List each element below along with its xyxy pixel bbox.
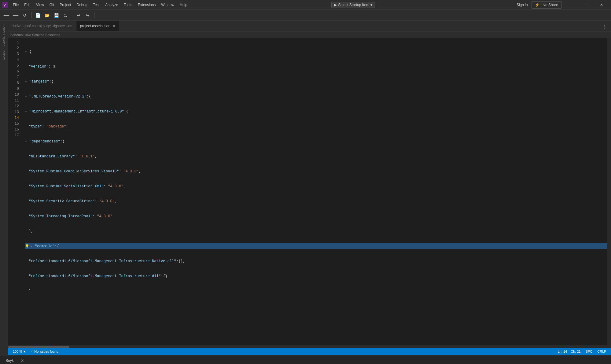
code-line-14: 💡▾ "compile": { bbox=[25, 243, 607, 249]
fold-7[interactable]: ▾ bbox=[25, 140, 29, 143]
menu-project[interactable]: Project bbox=[57, 2, 73, 8]
save-button[interactable]: 💾 bbox=[52, 11, 60, 19]
line-numbers: 1 2 3 4 5 6 7 8 9 10 11 12 13 14 15 16 1… bbox=[8, 38, 23, 345]
tab-nuget-label: dotNet-goof.csproj.nuget.dgspec.json bbox=[12, 24, 72, 28]
menu-tools[interactable]: Tools bbox=[121, 2, 135, 8]
fold-1[interactable]: ▾ bbox=[25, 50, 29, 53]
menu-view[interactable]: View bbox=[34, 2, 46, 8]
code-line-8: "NETStandard.Library": "1.6.1", bbox=[25, 153, 607, 159]
refresh-button[interactable]: ↺ bbox=[21, 11, 29, 19]
line-col-item[interactable]: Ln: 14 Ch: 21 bbox=[555, 348, 583, 355]
line-num-7: 7 bbox=[10, 74, 19, 80]
line-num-17: 17 bbox=[10, 132, 19, 138]
spaces-item[interactable]: SPC bbox=[583, 348, 595, 355]
title-bar-right: Sign in ⚡ Live Share ─ □ ✕ bbox=[517, 0, 609, 10]
startup-item-label: Select Startup Item ▾ bbox=[338, 3, 372, 7]
menu-analyze[interactable]: Analyze bbox=[103, 2, 121, 8]
code-content[interactable]: ▾{ "version": 3, ▾ "targets": { ▾ ".NETC… bbox=[23, 38, 607, 345]
col-value: Ch: 21 bbox=[571, 350, 580, 353]
menu-test[interactable]: Test bbox=[90, 2, 102, 8]
menu-extensions[interactable]: Extensions bbox=[135, 2, 158, 8]
tab-scroll-right[interactable]: ⟩ bbox=[601, 23, 609, 31]
snyk-tab-label: Snyk bbox=[6, 358, 14, 363]
back-button[interactable]: ⟵ bbox=[2, 11, 10, 19]
fold-5[interactable]: ▾ bbox=[25, 110, 29, 113]
tab-close-icon[interactable]: ✕ bbox=[112, 24, 116, 28]
save-all-button[interactable]: 🗂 bbox=[61, 11, 69, 19]
code-editor[interactable]: 1 2 3 4 5 6 7 8 9 10 11 12 13 14 15 16 1… bbox=[8, 38, 611, 345]
panel-close-button[interactable]: ✕ bbox=[20, 358, 24, 363]
open-button[interactable]: 📂 bbox=[43, 11, 51, 19]
code-line-1: ▾{ bbox=[25, 49, 607, 54]
code-line-9: "System.Runtime.CompilerServices.VisualC… bbox=[25, 168, 607, 174]
toolbox-label[interactable]: Toolbox bbox=[2, 48, 6, 61]
title-bar-left: V File Edit View Git Project Debug Test … bbox=[2, 2, 190, 8]
code-line-16: "ref/netstandard1.6/Microsoft.Management… bbox=[25, 273, 607, 279]
editor-area: dotNet-goof.csproj.nuget.dgspec.json pro… bbox=[8, 21, 611, 355]
line-num-8: 8 bbox=[10, 80, 19, 86]
line-num-4: 4 bbox=[10, 57, 19, 63]
code-line-17: } bbox=[25, 288, 607, 294]
close-button[interactable]: ✕ bbox=[594, 0, 609, 10]
line-num-6: 6 bbox=[10, 68, 19, 74]
code-line-15: "ref/netstandard1.6/Microsoft.Management… bbox=[25, 258, 607, 264]
new-file-button[interactable]: 📄 bbox=[34, 11, 42, 19]
ln-value: Ln: 14 bbox=[558, 350, 567, 353]
tab-bar: dotNet-goof.csproj.nuget.dgspec.json pro… bbox=[8, 21, 611, 31]
line-num-14: 14 bbox=[10, 115, 19, 121]
code-line-6: "type": "package", bbox=[25, 123, 607, 129]
fold-4[interactable]: ▾ bbox=[25, 95, 29, 98]
code-line-12: "System.Threading.ThreadPool": "4.3.0" bbox=[25, 213, 607, 219]
startup-item-dropdown[interactable]: ▶ Select Startup Item ▾ bbox=[331, 2, 375, 8]
line-num-3: 3 bbox=[10, 51, 19, 57]
fold-3[interactable]: ▾ bbox=[25, 80, 29, 83]
snyk-tab[interactable]: Snyk bbox=[2, 357, 17, 364]
horizontal-scrollbar-thumb[interactable] bbox=[8, 346, 69, 348]
sign-in-label[interactable]: Sign in bbox=[517, 3, 528, 7]
line-num-12: 12 bbox=[10, 103, 19, 109]
live-share-button[interactable]: ⚡ Live Share bbox=[532, 1, 561, 9]
code-line-10: "System.Runtime.Serialization.Xml": "4.3… bbox=[25, 183, 607, 189]
menu-bar: File Edit View Git Project Debug Test An… bbox=[10, 2, 190, 8]
zoom-item[interactable]: 100 % ▾ bbox=[10, 348, 28, 355]
schema-value[interactable]: <No Schema Selected> bbox=[25, 33, 60, 37]
maximize-button[interactable]: □ bbox=[580, 0, 594, 10]
live-share-icon: ⚡ bbox=[535, 3, 539, 7]
line-num-11: 11 bbox=[10, 97, 19, 103]
status-right: Ln: 14 Ch: 21 SPC CRLF bbox=[555, 348, 609, 355]
vs-logo-icon: V bbox=[2, 2, 8, 8]
window-controls: ─ □ ✕ bbox=[565, 0, 609, 10]
code-line-2: "version": 3, bbox=[25, 64, 607, 69]
tab-assets[interactable]: project.assets.json ✕ bbox=[76, 21, 120, 31]
schema-label: Schema: bbox=[10, 33, 24, 37]
menu-help[interactable]: Help bbox=[177, 2, 190, 8]
server-explorer-label[interactable]: Server Explorer bbox=[2, 23, 6, 47]
bulb-icon[interactable]: 💡 bbox=[25, 244, 29, 248]
forward-button[interactable]: ⟶ bbox=[12, 11, 20, 19]
no-issues-item[interactable]: ✔ No issues found bbox=[28, 348, 61, 355]
encoding-item[interactable]: CRLF bbox=[595, 348, 609, 355]
toolbar-sep-1 bbox=[31, 12, 31, 18]
minimize-button[interactable]: ─ bbox=[565, 0, 579, 10]
tab-nuget[interactable]: dotNet-goof.csproj.nuget.dgspec.json bbox=[8, 21, 76, 31]
menu-file[interactable]: File bbox=[10, 2, 21, 8]
snyk-panel: Snyk ✕ ▶ ◻ 🗑 ≡ 🔍 Open Source Security - … bbox=[0, 355, 611, 364]
check-icon: ✔ bbox=[30, 350, 33, 354]
line-num-2: 2 bbox=[10, 45, 19, 51]
zoom-value: 100 % bbox=[13, 350, 22, 353]
line-num-10: 10 bbox=[10, 92, 19, 97]
line-num-9: 9 bbox=[10, 86, 19, 92]
undo-button[interactable]: ↩ bbox=[75, 11, 83, 19]
line-num-5: 5 bbox=[10, 63, 19, 68]
fold-14[interactable]: ▾ bbox=[31, 245, 34, 248]
editor-vertical-scrollbar[interactable] bbox=[607, 38, 611, 345]
editor-horizontal-scrollbar[interactable] bbox=[8, 345, 611, 348]
menu-edit[interactable]: Edit bbox=[22, 2, 33, 8]
menu-window[interactable]: Window bbox=[159, 2, 177, 8]
code-line-3: ▾ "targets": { bbox=[25, 79, 607, 84]
redo-button[interactable]: ↪ bbox=[84, 11, 92, 19]
menu-debug[interactable]: Debug bbox=[74, 2, 90, 8]
menu-git[interactable]: Git bbox=[47, 2, 57, 8]
line-num-1: 1 bbox=[10, 39, 19, 45]
code-line-5: ▾ "Microsoft.Management.Infrastructure/1… bbox=[25, 108, 607, 114]
